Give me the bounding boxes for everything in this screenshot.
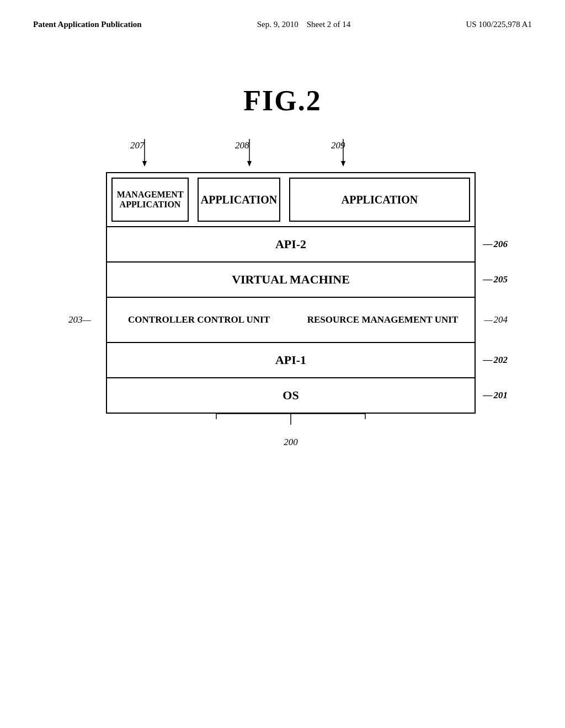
patent-header-right: US 100/225,978 A1 — [466, 20, 532, 29]
patent-header-center: Sep. 9, 2010 Sheet 2 of 14 — [257, 20, 351, 29]
diagram-area: 207 208 209 MANAGEMENT APPLICATION APPLI… — [89, 139, 476, 448]
os-label: OS — [282, 388, 299, 402]
ref-201: 201 — [483, 390, 508, 401]
ref-207: 207 — [130, 140, 145, 151]
ref-202: 202 — [483, 355, 508, 366]
main-box: MANAGEMENT APPLICATION APPLICATION APPLI… — [106, 172, 476, 414]
resource-management-unit-box: RESOURCE MANAGEMENT UNIT — [291, 298, 475, 342]
top-arrows-svg — [106, 139, 492, 172]
api1-row: API-1 202 — [107, 343, 475, 378]
svg-marker-3 — [247, 161, 252, 167]
ref-205: 205 — [483, 274, 508, 285]
publication-date: Sep. 9, 2010 — [257, 20, 299, 29]
app-row: MANAGEMENT APPLICATION APPLICATION APPLI… — [107, 173, 475, 227]
svg-marker-5 — [341, 161, 345, 167]
ref-203: 203— — [68, 314, 91, 325]
sheet-info: Sheet 2 of 14 — [307, 20, 351, 29]
controller-control-unit-box: CONTROLLER CONTROL UNIT — [107, 298, 291, 342]
management-application-box: MANAGEMENT APPLICATION — [111, 178, 189, 222]
api2-row: API-2 206 — [107, 227, 475, 263]
split-row: 203— CONTROLLER CONTROL UNIT RESOURCE MA… — [107, 298, 475, 343]
ref-204: 204 — [484, 314, 508, 325]
ref-208: 208 — [235, 140, 249, 151]
application-box-2: APPLICATION — [289, 178, 470, 222]
api2-label: API-2 — [275, 237, 306, 251]
figure-title: FIG.2 — [0, 84, 565, 117]
ref-209: 209 — [331, 140, 345, 151]
virtual-machine-label: VIRTUAL MACHINE — [232, 272, 350, 286]
svg-marker-1 — [142, 161, 147, 167]
os-row: OS 201 — [107, 378, 475, 413]
patent-header-left: Patent Application Publication — [33, 20, 142, 29]
api1-label: API-1 — [275, 353, 306, 367]
application-box-1: APPLICATION — [198, 178, 280, 222]
ref-206: 206 — [483, 239, 508, 250]
virtual-machine-row: VIRTUAL MACHINE 205 — [107, 263, 475, 298]
